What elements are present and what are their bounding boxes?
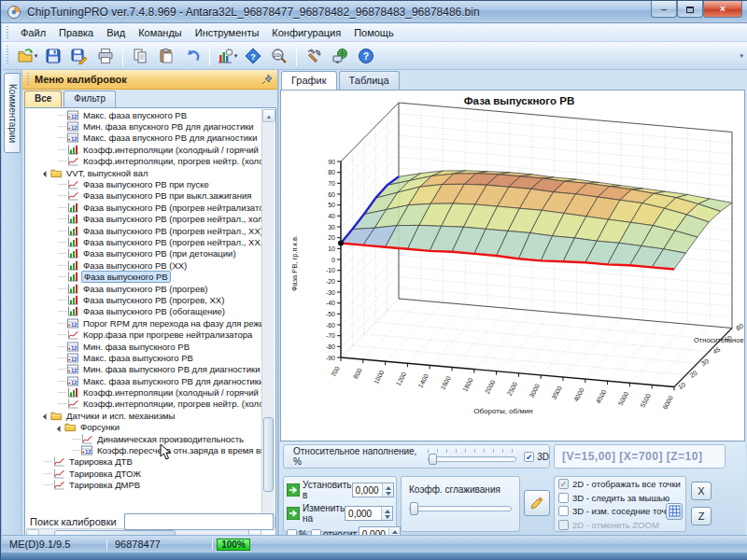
save-button[interactable] (41, 44, 65, 67)
left-dock-strip: Комментарии (2, 70, 22, 535)
option-checkbox-0[interactable] (558, 479, 569, 489)
save-as-button[interactable] (67, 44, 92, 67)
fill-slider-thumb[interactable] (429, 454, 437, 465)
menu-item-6[interactable]: Помощь (347, 25, 401, 40)
paste-button[interactable] (154, 44, 178, 67)
tree-item[interactable]: Тарировка ДТВ (26, 456, 261, 468)
undo-button[interactable] (180, 44, 204, 67)
menu-item-4[interactable]: Инструменты (189, 25, 266, 40)
dropdown-arrow-icon[interactable]: ▾ (35, 52, 38, 60)
help-button[interactable]: ? (354, 44, 378, 67)
tree-item[interactable]: Фаза выпускного РВ (прогрев нейтрал., ХХ… (26, 236, 261, 247)
surface-chart[interactable]: -90-80-70-60-50-40-30-20-100102030405060… (280, 90, 745, 441)
sidebar-tab-все[interactable]: Все (24, 91, 62, 107)
tree-item[interactable]: Фаза выпускного РВ (прогрев нейтрал., ХХ… (26, 225, 261, 236)
apply-smoothing-button[interactable] (524, 490, 550, 516)
main-tab-tablica[interactable]: Таблица (339, 71, 400, 90)
smoothing-slider[interactable] (409, 502, 512, 515)
tree-item[interactable]: 12Макс. фаза впускного РВ для диагностик… (26, 133, 261, 144)
3d-checkbox[interactable] (524, 452, 534, 462)
network-button[interactable] (328, 44, 352, 67)
option-checkbox-1[interactable] (558, 493, 569, 503)
open-file-button[interactable]: ▾ (15, 44, 39, 67)
tree-item[interactable]: Коэфф.интерполяции (холодный / горячий ) (26, 144, 261, 155)
smoothing-slider-thumb[interactable] (410, 502, 418, 515)
minimize-button[interactable]: – (651, 1, 677, 18)
x-axis-button[interactable]: X (691, 482, 712, 500)
set-value-spinner[interactable]: 0,000 (352, 483, 394, 497)
close-button[interactable]: × (703, 1, 742, 18)
tree-item[interactable]: Коэфф.интерполяции, прогрев нейтр. (холо… (26, 156, 261, 167)
dropdown-arrow-icon[interactable]: ▾ (234, 52, 238, 60)
change-value-spinner[interactable]: 0,000 (345, 506, 393, 521)
menu-item-3[interactable]: Команды (132, 25, 189, 40)
tree-item[interactable]: Коэфф.интерполяции, прогрев нейтр. (холо… (26, 399, 261, 410)
tree-item-label: Фаза выпускного РВ (прогрев нейтрализато… (81, 203, 261, 213)
expanded-arrow-icon[interactable] (43, 413, 49, 420)
menu-item-2[interactable]: Вид (100, 25, 132, 40)
fill-slider[interactable] (428, 454, 516, 465)
window-title: ChipTuningPRO ver.7.4.8.969 - Antara32L_… (27, 6, 480, 19)
zoom-10x-button[interactable]: 10x (267, 44, 291, 67)
tree-item[interactable]: 12Макс. фаза выпускного РВ (26, 352, 261, 363)
tree-guide-line (58, 288, 66, 289)
tree-item[interactable]: Корр.фаза при прогреве нейтрализатора (26, 329, 261, 340)
tree-item[interactable]: Тарировка ДТОЖ (26, 468, 261, 479)
vscroll-thumb[interactable] (263, 417, 274, 492)
sidebar-tab-фильтр[interactable]: Фильтр (63, 91, 116, 107)
apply-set-button[interactable] (287, 483, 300, 497)
tree-folder[interactable]: Форсунки (26, 422, 261, 433)
curve-icon (53, 480, 64, 490)
main-tab-grafik[interactable]: График (281, 71, 337, 90)
tree-item[interactable]: 12Макс. фаза впускного РВ (26, 109, 261, 120)
menu-item-0[interactable]: Файл (14, 25, 52, 40)
info-diamond-button[interactable]: ? (241, 44, 265, 67)
tree-item[interactable]: Фаза выпускного РВ (прогрев нейтрал., хо… (26, 214, 261, 225)
toolbar-grip (6, 46, 10, 64)
menu-item-1[interactable]: Правка (52, 25, 100, 40)
tree-item[interactable]: 12Мин. фаза выпускного РВ (26, 341, 261, 352)
scroll-up-icon[interactable]: ▲ (262, 109, 275, 122)
toolbar-overflow-icon[interactable]: ▾ (740, 52, 743, 60)
tree-guide-line (58, 149, 66, 150)
maximize-button[interactable] (677, 1, 703, 18)
tree-item-label: Коэфф.интерполяции (холодный / горячий ) (81, 145, 261, 155)
apply-change-button[interactable] (287, 507, 300, 520)
menu-item-5[interactable]: Конфигурация (265, 25, 347, 40)
copy-button[interactable] (128, 44, 152, 67)
expanded-arrow-icon[interactable] (57, 426, 63, 432)
tree-item[interactable]: Фаза выпускного РВ (прогрев нейтрализато… (26, 202, 261, 213)
z-axis-button[interactable]: Z (691, 507, 712, 525)
tree-vscrollbar[interactable]: ▲ ▼ (261, 109, 275, 528)
comments-tab[interactable]: Комментарии (4, 73, 21, 153)
tree-item[interactable]: Фаза выпускного РВ (при детонации) (26, 248, 261, 259)
tree-item[interactable]: Коэфф.интерполяции (холодный / горячий ) (26, 386, 261, 398)
tree-item[interactable]: Фаза выпускного РВ (ХХ) (26, 259, 261, 271)
search-input[interactable] (124, 513, 274, 530)
tree-item[interactable]: Фаза выпускного РВ при пуске (26, 178, 261, 189)
curve-icon (67, 156, 78, 166)
tree-folder[interactable]: VVT, выпускной вал (26, 167, 261, 178)
expanded-arrow-icon[interactable] (43, 171, 49, 177)
tree-item[interactable]: Тарировка ДМРВ (26, 480, 261, 491)
print-button[interactable] (93, 44, 118, 67)
compare-charts-button[interactable]: ▾ (215, 44, 239, 67)
tree-folder[interactable]: Датчики и исп. механизмы (26, 410, 261, 421)
pin-icon[interactable] (261, 74, 273, 85)
tree-item[interactable]: 12Макс. фаза выпускного РВ для диагности… (26, 375, 261, 386)
option-checkbox-3[interactable] (558, 520, 569, 530)
tree-item[interactable]: Фаза выпускного РВ (прогрев, ХХ) (26, 294, 261, 305)
grid-points-button[interactable] (666, 503, 683, 520)
tree-item[interactable]: Фаза выпускного РВ при выкл.зажигания (26, 190, 261, 202)
option-checkbox-2[interactable] (558, 506, 569, 516)
tree-item[interactable]: 12Мин. фаза выпускного РВ для диагностик… (26, 364, 261, 375)
tools-button[interactable] (302, 44, 326, 67)
tree-item[interactable]: 12Коэфф.пересчета отн.заряда в время впр… (26, 444, 261, 455)
tree-item[interactable]: 12Порог RPM для перехода на фазу для реж… (26, 317, 261, 329)
tree-item[interactable]: Динамическая производительность (26, 433, 261, 444)
tree-item[interactable]: Фаза выпускного РВ (прогрев) (26, 283, 261, 294)
tree-item[interactable]: Фаза выпускного РВ (26, 271, 261, 282)
tree-item[interactable]: Фаза выпускного РВ (обогащение) (26, 306, 261, 317)
tree-guide-line (58, 346, 66, 347)
tree-item[interactable]: 12Мин. фаза впускного РВ для диагностики (26, 120, 261, 132)
